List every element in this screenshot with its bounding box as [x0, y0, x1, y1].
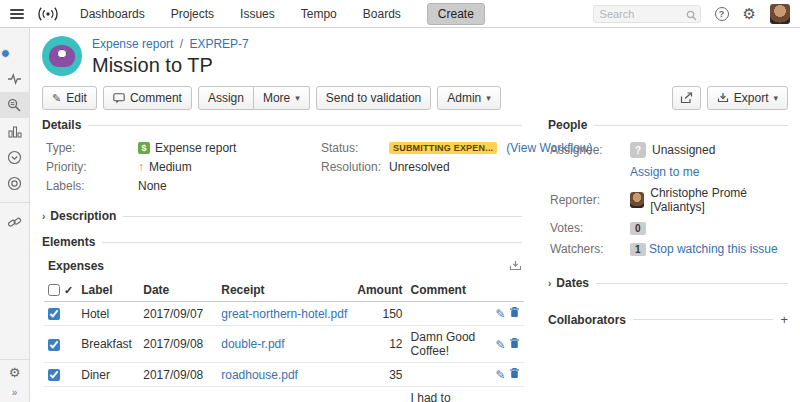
stop-watching-link[interactable]: Stop watching this issue — [649, 242, 778, 256]
issue-left-column: Details Type: $ Expense report Status: S… — [42, 118, 522, 402]
admin-button[interactable]: Admin ▾ — [437, 86, 501, 110]
row-checkbox[interactable] — [48, 369, 60, 381]
expense-date: 2017/09/07 — [139, 302, 217, 326]
expenses-table: ✓ Label Date Receipt Amount Comment — [44, 279, 524, 402]
expense-amount: 35 — [353, 363, 406, 387]
sidebar-item-activity[interactable] — [0, 66, 30, 92]
user-avatar[interactable] — [770, 4, 790, 24]
share-icon — [680, 92, 693, 104]
nav-item-dashboards[interactable]: Dashboards — [80, 7, 145, 21]
project-avatar[interactable] — [42, 36, 82, 76]
expense-amount: 120 — [353, 387, 406, 402]
nav-item-issues[interactable]: Issues — [240, 7, 275, 21]
issue-title: Mission to TP — [92, 54, 249, 77]
priority-label: Priority: — [46, 160, 138, 174]
nav-item-tempo[interactable]: Tempo — [301, 7, 337, 21]
sidebar-expand-icon[interactable]: » — [12, 387, 18, 398]
assign-button[interactable]: Assign — [198, 86, 254, 110]
breadcrumb-separator: / — [180, 37, 183, 51]
collaborators-section-header[interactable]: Collaborators + — [548, 312, 788, 327]
hamburger-menu-icon[interactable] — [10, 9, 24, 19]
expenses-export-icon[interactable] — [509, 260, 522, 272]
status-label: Status: — [321, 141, 389, 155]
select-all-checkbox[interactable] — [48, 284, 60, 296]
col-header-amount: Amount — [353, 279, 406, 302]
elements-section-header[interactable]: Elements — [42, 235, 522, 249]
receipt-link[interactable]: roadhouse.pdf — [221, 368, 298, 382]
project-settings-gear-icon[interactable]: ⚙ — [9, 366, 21, 379]
collapsed-chevron-icon: › — [42, 211, 45, 222]
nav-item-projects[interactable]: Projects — [171, 7, 214, 21]
delete-row-icon[interactable] — [509, 337, 520, 352]
share-button[interactable] — [672, 86, 701, 110]
details-section-header[interactable]: Details — [42, 118, 522, 132]
issue-header: Expense report / EXPREP-7 Mission to TP — [42, 36, 788, 77]
send-to-validation-button[interactable]: Send to validation — [316, 86, 431, 110]
votes-count-badge[interactable]: 0 — [630, 222, 646, 235]
chevron-down-icon: ▾ — [295, 93, 300, 103]
col-header-receipt: Receipt — [217, 279, 353, 302]
people-fields: Assignee: ? Unassigned Assign to me Repo… — [550, 142, 788, 256]
pencil-icon: ✎ — [52, 92, 61, 105]
expense-row: Casino 2017/09/09 one-eyed-jack.pdf 120 … — [44, 387, 524, 402]
status-badge: SUBMITTING EXPEN... — [389, 142, 497, 154]
settings-gear-icon[interactable]: ⚙ — [743, 6, 756, 21]
sidebar-item-links[interactable] — [0, 209, 30, 235]
priority-medium-arrow-icon: ↑ — [138, 160, 144, 174]
more-button[interactable]: More ▾ — [254, 86, 310, 110]
expense-date: 2017/09/09 — [139, 387, 217, 402]
sidebar-item-releases[interactable] — [0, 144, 30, 170]
priority-value: ↑ Medium — [138, 160, 321, 174]
export-button[interactable]: Export ▾ — [707, 86, 788, 110]
edit-row-icon[interactable]: ✎ — [496, 338, 506, 352]
expense-row: Hotel 2017/09/07 great-northern-hotel.pd… — [44, 302, 524, 326]
edit-row-icon[interactable]: ✎ — [496, 307, 506, 321]
breadcrumb-project-link[interactable]: Expense report — [92, 37, 173, 51]
receipt-link[interactable]: great-northern-hotel.pdf — [221, 307, 347, 321]
sidebar-divider — [0, 202, 30, 203]
watchers-value: 1 Stop watching this issue — [630, 242, 788, 256]
sidebar-item-issue-search[interactable] — [0, 92, 30, 118]
project-sidebar: ⚙ » — [0, 28, 30, 402]
top-navbar: Dashboards Projects Issues Tempo Boards … — [0, 0, 800, 28]
sidebar-item-reports[interactable] — [0, 118, 30, 144]
create-button[interactable]: Create — [427, 3, 485, 25]
row-checkbox[interactable] — [48, 339, 60, 351]
expense-label: Breakfast — [77, 326, 139, 363]
row-checkbox[interactable] — [48, 308, 60, 320]
comment-button[interactable]: Comment — [103, 86, 192, 110]
assign-to-me-link[interactable]: Assign to me — [630, 165, 788, 179]
edit-button[interactable]: ✎ Edit — [42, 86, 97, 110]
sidebar-bottom: ⚙ » — [0, 359, 30, 402]
votes-label: Votes: — [550, 221, 630, 235]
resolution-label: Resolution: — [321, 160, 389, 174]
delete-row-icon[interactable] — [509, 367, 520, 382]
col-header-label: Label — [77, 279, 139, 302]
sidebar-project-avatar[interactable] — [4, 34, 26, 56]
add-collaborator-icon[interactable]: + — [780, 312, 788, 327]
expense-row: Diner 2017/09/08 roadhouse.pdf 35 ✎ — [44, 363, 524, 387]
assign-button-group: Assign More ▾ — [198, 86, 310, 110]
delete-row-icon[interactable] — [509, 306, 520, 321]
app-logo-icon[interactable] — [36, 6, 60, 22]
releases-clock-icon — [7, 150, 22, 165]
description-section-header[interactable]: › Description — [42, 209, 522, 223]
links-chain-icon — [7, 215, 22, 230]
expense-amount: 150 — [353, 302, 406, 326]
receipt-link[interactable]: double-r.pdf — [221, 337, 284, 351]
help-icon[interactable]: ? — [715, 7, 729, 21]
collapsed-chevron-icon: › — [548, 278, 551, 289]
people-section-header[interactable]: People — [548, 118, 788, 132]
expense-amount: 12 — [353, 326, 406, 363]
edit-row-icon[interactable]: ✎ — [496, 368, 506, 382]
check-icon: ✓ — [64, 284, 73, 297]
search-input[interactable] — [593, 5, 701, 23]
assignee-label: Assignee: — [550, 143, 630, 157]
labels-label: Labels: — [46, 179, 138, 193]
search-icon — [686, 7, 697, 25]
nav-item-boards[interactable]: Boards — [363, 7, 401, 21]
breadcrumb-issue-key-link[interactable]: EXPREP-7 — [189, 37, 248, 51]
dates-section-header[interactable]: › Dates — [548, 276, 788, 290]
sidebar-item-components[interactable] — [0, 170, 30, 196]
col-header-date: Date — [139, 279, 217, 302]
